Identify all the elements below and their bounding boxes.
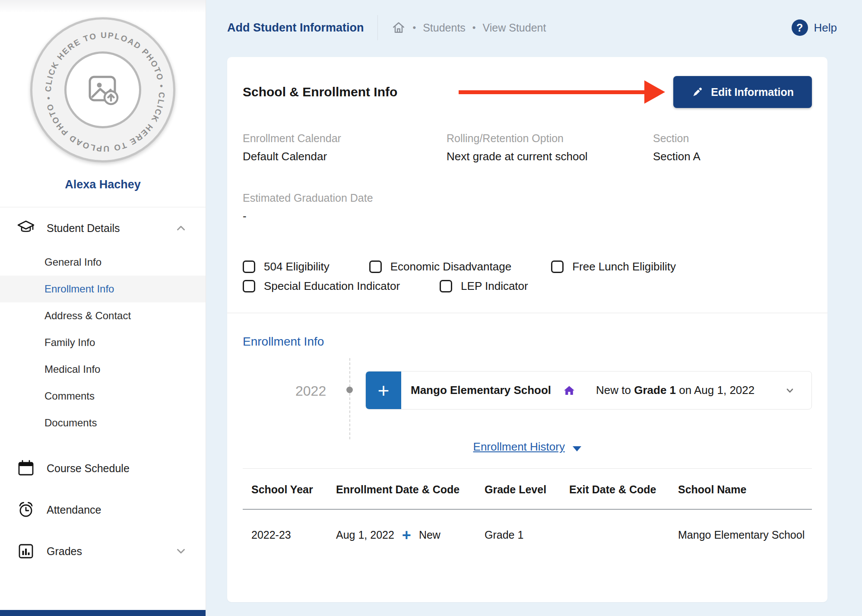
header-divider	[377, 15, 378, 40]
sidebar-item-label: Attendance	[47, 504, 101, 516]
main-content: Add Student Information • Students • Vie…	[206, 0, 862, 616]
image-upload-icon	[81, 68, 124, 111]
sidebar-item-label: Course Schedule	[47, 462, 130, 475]
checkbox-box[interactable]	[551, 260, 564, 273]
checkbox-free-lunch[interactable]: Free Lunch Eligibility	[551, 260, 676, 273]
enrollment-history-row: Enrollment History	[243, 440, 812, 454]
enrollment-entry[interactable]: + Mango Elementary School New to Grade 1…	[365, 371, 812, 410]
page-header: Add Student Information • Students • Vie…	[206, 0, 862, 55]
sidebar-item-label: Grades	[47, 545, 82, 558]
col-school-name: School Name	[669, 469, 812, 510]
field-label: Estimated Graduation Date	[243, 192, 447, 204]
calendar-icon	[16, 459, 35, 478]
school-name: Mango Elementary School	[411, 384, 551, 397]
help-button[interactable]: ? Help	[792, 19, 837, 36]
field-rolling-retention: Rolling/Retention Option Next grade at c…	[447, 132, 653, 163]
alarm-clock-icon	[16, 500, 35, 519]
enrollment-history-link[interactable]: Enrollment History	[473, 440, 565, 453]
upload-photo-button[interactable]: CLICK HERE TO UPLOAD PHOTO • CLICK HERE …	[30, 17, 175, 162]
timeline-year: 2022	[295, 383, 326, 399]
checkbox-box[interactable]	[243, 260, 255, 273]
enrollment-history-table: School Year Enrollment Date & Code Grade…	[243, 468, 812, 559]
sidebar-item-course-schedule[interactable]: Course Schedule	[0, 448, 206, 489]
help-icon: ?	[792, 19, 808, 36]
col-exit-date-code: Exit Date & Code	[561, 469, 669, 510]
checkbox-special-education[interactable]: Special Education Indicator	[243, 279, 400, 293]
breadcrumb-item-view-student[interactable]: View Student	[483, 22, 546, 34]
col-school-year: School Year	[243, 469, 327, 510]
timeline-dashed-line	[349, 358, 350, 439]
checkbox-label: Special Education Indicator	[264, 279, 400, 293]
chevron-down-icon[interactable]	[783, 384, 797, 397]
home-icon[interactable]	[392, 21, 406, 35]
breadcrumb-separator: •	[412, 22, 416, 33]
pencil-icon	[691, 86, 703, 98]
cell-school-year: 2022-23	[243, 509, 327, 559]
edit-information-button[interactable]: Edit Information	[673, 76, 812, 108]
field-estimated-graduation: Estimated Graduation Date -	[243, 192, 447, 223]
photo-placeholder-circle	[64, 51, 141, 128]
field-label: Section	[653, 132, 812, 145]
sidebar-item-grades[interactable]: Grades	[0, 530, 206, 572]
graduation-cap-icon	[16, 219, 35, 238]
enrollment-info-heading: Enrollment Info	[243, 335, 812, 349]
checkbox-label: Free Lunch Eligibility	[572, 260, 676, 273]
sidebar-footer-bar	[0, 610, 206, 616]
sidebar-item-label: Student Details	[47, 222, 120, 235]
cell-exit-date-code	[561, 509, 669, 559]
col-grade-level: Grade Level	[476, 469, 561, 510]
checkbox-box[interactable]	[369, 260, 382, 273]
help-label: Help	[814, 21, 837, 35]
sidebar-item-enrollment-info[interactable]: Enrollment Info	[0, 276, 206, 302]
plus-icon[interactable]: +	[402, 530, 411, 540]
chevron-down-icon[interactable]	[174, 545, 187, 558]
field-value: Section A	[653, 150, 812, 163]
sidebar-item-documents[interactable]: Documents	[0, 410, 206, 436]
checkbox-box[interactable]	[243, 280, 255, 292]
nav-spacer	[0, 436, 206, 448]
bar-chart-icon	[16, 542, 35, 561]
cell-enrollment-date-code: Aug 1, 2022 + New	[327, 509, 476, 559]
sidebar-item-general-info[interactable]: General Info	[0, 249, 206, 276]
sidebar-item-family-info[interactable]: Family Info	[0, 329, 206, 356]
checkbox-504-eligibility[interactable]: 504 Eligibility	[243, 260, 330, 273]
chevron-up-icon[interactable]	[174, 222, 187, 235]
col-enrollment-date-code: Enrollment Date & Code	[327, 469, 476, 510]
breadcrumb-item-students[interactable]: Students	[423, 22, 466, 34]
checkbox-label: 504 Eligibility	[264, 260, 330, 273]
sidebar-item-student-details[interactable]: Student Details	[0, 207, 206, 249]
home-school-icon	[563, 384, 575, 397]
card-header: School & Enrollment Info Edit Informatio…	[243, 75, 812, 109]
cell-grade-level: Grade 1	[476, 509, 561, 559]
checkbox-label: LEP Indicator	[461, 279, 528, 293]
sidebar-item-comments[interactable]: Comments	[0, 383, 206, 410]
caret-down-icon[interactable]	[573, 446, 581, 451]
enrollment-fields: Enrollment Calendar Default Calendar Rol…	[243, 132, 812, 223]
sidebar-item-attendance[interactable]: Attendance	[0, 489, 206, 530]
cell-school-name: Mango Elementary School	[669, 509, 812, 559]
field-label: Enrollment Calendar	[243, 132, 447, 145]
checkbox-box[interactable]	[440, 280, 452, 292]
field-enrollment-calendar: Enrollment Calendar Default Calendar	[243, 132, 447, 163]
field-value: Next grade at current school	[447, 150, 653, 163]
breadcrumb: • Students • View Student	[392, 21, 546, 35]
plus-icon[interactable]: +	[366, 372, 401, 409]
red-annotation-arrow	[459, 90, 645, 94]
card-title: School & Enrollment Info	[243, 85, 397, 99]
checkbox-economic-disadvantage[interactable]: Economic Disadvantage	[369, 260, 511, 273]
edit-button-label: Edit Information	[711, 86, 794, 98]
breadcrumb-separator: •	[472, 22, 476, 33]
enrollment-status: New to Grade 1 on Aug 1, 2022	[596, 384, 754, 397]
field-value: Default Calendar	[243, 150, 447, 163]
sidebar-item-medical-info[interactable]: Medical Info	[0, 356, 206, 383]
field-value: -	[243, 210, 447, 223]
checkbox-lep-indicator[interactable]: LEP Indicator	[440, 279, 528, 293]
field-section: Section Section A	[653, 132, 812, 163]
enrollment-timeline: 2022 + Mango Elementary School New to Gr…	[243, 361, 812, 437]
section-divider	[227, 313, 827, 313]
student-name: Alexa Hachey	[0, 178, 206, 191]
timeline-dot	[346, 387, 353, 393]
app-window: CLICK HERE TO UPLOAD PHOTO • CLICK HERE …	[0, 0, 862, 616]
sidebar-item-address-contact[interactable]: Address & Contact	[0, 302, 206, 329]
checkbox-label: Economic Disadvantage	[390, 260, 511, 273]
